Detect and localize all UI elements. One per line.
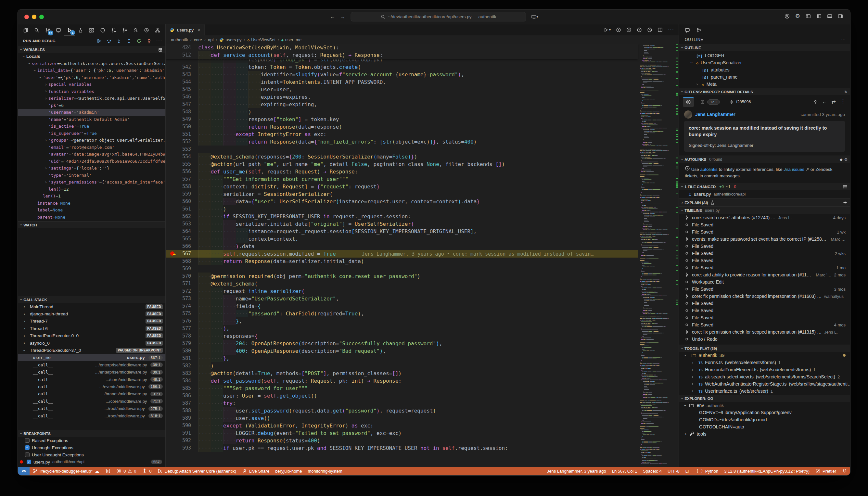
outline-item-meta[interactable]: ›◇Meta — [679, 80, 850, 88]
variable-row[interactable]: len() = 12 — [18, 186, 165, 193]
customize-layout-icon[interactable] — [806, 14, 811, 19]
stack-frame-row[interactable]: user_meusers.py567:1 — [18, 354, 165, 361]
activity-extensions[interactable] — [87, 25, 97, 35]
code-line-current[interactable]: 567➔········self.request.session.modifie… — [166, 250, 679, 258]
minimize-window-button[interactable] — [32, 15, 36, 19]
code-line[interactable]: 583····@action(detail=True, methods=["PO… — [166, 370, 679, 377]
breadcrumb-item[interactable]: api — [208, 37, 214, 42]
code-line[interactable]: 424class UserViewSet(UsedByMixin, ModelV… — [166, 44, 638, 51]
breadcrumb-item[interactable]: ◆user_me — [281, 37, 301, 42]
toggle-panel-left-icon[interactable] — [816, 14, 822, 19]
variable-row[interactable]: ›serializer = <authentik.core.api.users.… — [18, 95, 165, 102]
code-line[interactable]: 591············LOGGER.debug(event="Faile… — [166, 430, 679, 437]
activity-pull-requests[interactable] — [108, 25, 119, 35]
autolinks-header[interactable]: ›AUTOLINKS 0 found ◆ ⚙ — [679, 156, 850, 163]
timeline-history-icon[interactable] — [647, 27, 652, 32]
code-line[interactable]: 581········}, — [166, 355, 679, 362]
code-line[interactable]: 557········"""Get information about curr… — [166, 175, 679, 183]
variable-row[interactable]: ›'user' = {'pk': 6, 'username': 'akadmin… — [18, 74, 165, 81]
run-python-file-icon[interactable]: ▾ — [604, 27, 611, 32]
nav-forward-icon[interactable]: → — [340, 14, 345, 20]
code-line[interactable]: 543····················identifier=slugif… — [166, 71, 679, 78]
changed-file-row[interactable]: ± users.py authentik/core/api — [679, 190, 850, 199]
status-ports[interactable]: 0 — [139, 467, 154, 475]
remote-window-icon[interactable]: ▾ — [531, 14, 538, 19]
outline-item-parent_name[interactable]: [@]parent_name — [679, 73, 850, 80]
breakpoint-row[interactable]: Uncaught Exceptions — [18, 444, 165, 451]
variable-row[interactable]: ›initial_data = {'user': {'pk': 6, 'user… — [18, 67, 165, 74]
outline-item-attributes[interactable]: [@]attributes — [679, 66, 850, 73]
variable-row[interactable]: 'pk' = 6 — [18, 102, 165, 109]
stack-frame-row[interactable]: __call__.../root/middleware.py318:1 — [18, 412, 165, 419]
code-line[interactable]: 558········context: dict[str, Request] =… — [166, 183, 679, 190]
thread-row[interactable]: ›asyncio_0PAUSED — [18, 339, 165, 346]
stack-frame-row[interactable]: __call__.../brands/middleware.py31:1 — [18, 390, 165, 398]
thread-row[interactable]: ›ThreadPoolExecutor-0_0PAUSED — [18, 332, 165, 339]
code-line[interactable]: 572········request=inline_serializer( — [166, 288, 679, 295]
status-blame[interactable]: Jens Langhammer, 3 years ago — [542, 467, 609, 475]
breakpoint-row[interactable]: User Uncaught Exceptions — [18, 451, 165, 458]
settings-icon[interactable]: ⚙ — [795, 13, 800, 19]
timeline-item[interactable]: File Saved4 mos — [679, 321, 850, 328]
variable-row[interactable]: 'type' = 'internal' — [18, 172, 165, 179]
thread-row[interactable]: ›MainThreadPAUSED — [18, 303, 165, 310]
variable-row[interactable]: ›'groups' = <generator object UserSelfSe… — [18, 137, 165, 144]
more-editor-actions-icon[interactable]: ··· — [668, 27, 674, 32]
activity-live-share[interactable] — [130, 25, 141, 35]
timeline-item[interactable]: File Saved — [679, 300, 850, 307]
code-line[interactable]: 588············user.set_password(request… — [166, 407, 679, 415]
explorer-go-header[interactable]: ›EXPLORER: GO — [679, 395, 850, 402]
explain-ai-header[interactable]: ›EXPLAIN (AI) — [679, 199, 850, 206]
tab-comments-icon[interactable] — [685, 25, 690, 35]
variable-row[interactable]: ›'system_permissions' = ['access_admin_i… — [18, 179, 165, 186]
status-notifications[interactable] — [839, 467, 850, 475]
variable-row[interactable]: 'uid' = '49d24724dfa590a20fb5961e9c6673c… — [18, 158, 165, 165]
code-line[interactable]: 561········) — [166, 205, 679, 213]
timeline-item[interactable]: events: make sure password set event has… — [679, 235, 850, 243]
code-line[interactable]: 554····@extend_schema(responses={200: Se… — [166, 153, 679, 160]
variables-header[interactable]: › VARIABLES — [18, 46, 165, 53]
code-line[interactable]: 565················context=context, — [166, 235, 679, 243]
code-line[interactable]: 549················response["token"] = t… — [166, 115, 679, 123]
breadcrumb-item[interactable]: core — [194, 37, 202, 42]
code-line[interactable]: 553 — [166, 145, 679, 153]
autolink-add-icon[interactable]: ◆ — [840, 157, 843, 162]
todo-file-row[interactable]: ›TSForms.ts (web/src/elements/forms)1 — [679, 359, 850, 366]
current-position-icon[interactable] — [626, 27, 632, 32]
stack-frame-row[interactable]: __call__.../core/middleware.py48:1 — [18, 376, 165, 383]
todo-file-row[interactable]: ›TSHorizontalFormElement.ts (web/src/ele… — [679, 366, 850, 373]
breakpoint-row[interactable]: Raised Exceptions — [18, 437, 165, 444]
status-prettier[interactable]: Prettier — [812, 467, 839, 475]
command-center-search[interactable]: ~/dev/authentik/authentik/core/api/users… — [351, 12, 526, 21]
activity-run-tasks[interactable] — [141, 25, 152, 35]
activity-remote-explorer[interactable] — [53, 25, 64, 35]
code-line[interactable]: 560············data={"user": UserSelfSer… — [166, 198, 679, 205]
outline-item-logger[interactable]: [≡]LOGGER — [679, 52, 850, 59]
pin-icon[interactable] — [813, 99, 818, 105]
code-line[interactable]: 590········except (ValidationError, Inte… — [166, 422, 679, 430]
code-line[interactable]: 580············400: OpenApiResponse(desc… — [166, 347, 679, 355]
gitlens-files-tab[interactable]: 12 ± — [697, 97, 723, 107]
code-line[interactable]: 552················return Response(data=… — [166, 138, 679, 145]
thread-row[interactable]: ›Thread-7PAUSED — [18, 318, 165, 325]
activity-git-merge[interactable] — [120, 25, 130, 35]
toggle-panel-bottom-icon[interactable] — [827, 14, 832, 19]
code-line[interactable]: 587········try: — [166, 400, 679, 407]
timeline-item[interactable]: Workspace Edit — [679, 278, 850, 285]
nav-back-icon[interactable]: ← — [330, 14, 335, 20]
split-editor-icon[interactable] — [657, 27, 663, 32]
breakpoint-checkbox[interactable] — [25, 445, 30, 450]
thread-row[interactable]: ›django-main-threadPAUSED — [18, 310, 165, 317]
tab-users-py[interactable]: users.py × — [166, 25, 205, 35]
step-over-button[interactable] — [106, 38, 112, 44]
code-line[interactable]: 555····@action(url_path="me", url_name="… — [166, 160, 679, 168]
code-line[interactable]: 592············return Response(status=40… — [166, 437, 679, 444]
code-line[interactable]: 579············204: OpenApiResponse(desc… — [166, 340, 679, 347]
breakpoint-checkbox[interactable] — [25, 452, 30, 457]
variable-row[interactable]: 'username' = 'akadmin' — [18, 109, 165, 116]
tab-outline-icon[interactable] — [697, 25, 702, 35]
breadcrumb-item[interactable]: users.py — [219, 37, 242, 42]
status-monitoring-system[interactable]: monitoring-system — [305, 467, 345, 475]
variables-scope-locals[interactable]: ›Locals — [18, 53, 165, 60]
autolinks-link[interactable]: autolinks — [700, 167, 717, 172]
